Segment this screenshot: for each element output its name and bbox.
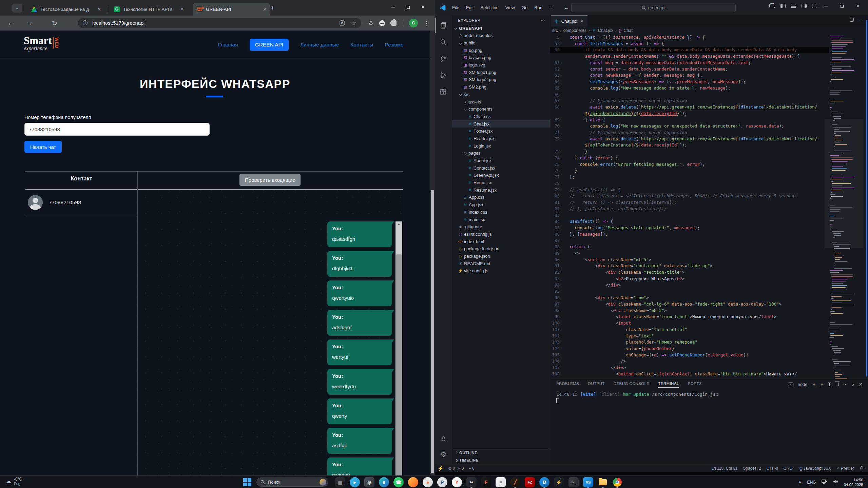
menu-edit[interactable]: Edit bbox=[463, 4, 476, 12]
tree-item-contact-jsx[interactable]: ⚛Contact.jsx bbox=[452, 164, 550, 172]
tab-close-icon[interactable]: ✕ bbox=[180, 7, 184, 12]
vscode-minimize-button[interactable] bbox=[822, 2, 829, 10]
kill-terminal-icon[interactable] bbox=[836, 383, 839, 386]
tree-item-app-jsx[interactable]: ⚛App.jsx bbox=[452, 201, 550, 209]
split-terminal-icon[interactable] bbox=[828, 383, 831, 386]
status-spaces[interactable]: Spaces: 2 bbox=[743, 466, 761, 471]
toggle-panel-icon[interactable] bbox=[791, 4, 796, 8]
clock[interactable]: 14:50 04.02.2025 bbox=[844, 477, 863, 487]
start-chat-button[interactable]: Начать чат bbox=[24, 141, 62, 153]
tree-item-assets[interactable]: assets bbox=[452, 98, 550, 105]
tree-item-components[interactable]: components bbox=[452, 105, 550, 113]
tree-item-package-json[interactable]: {}package.json bbox=[452, 253, 550, 260]
panel-tab-ports[interactable]: PORTS bbox=[688, 382, 702, 388]
tree-item-src[interactable]: src bbox=[452, 91, 550, 98]
status-{}[interactable]: {} JavaScript JSX bbox=[799, 466, 831, 471]
chat-scrollbar-thumb[interactable] bbox=[396, 254, 402, 475]
taskbar-icon-yandex-browser[interactable]: Y bbox=[452, 477, 462, 487]
tree-item-greenapi-jsx[interactable]: ⚛GreenApi.jsx bbox=[452, 172, 550, 179]
tree-item-public[interactable]: public bbox=[452, 39, 550, 47]
tree-item-vite-config-js[interactable]: ⚡vite.config.js bbox=[452, 267, 550, 275]
customize-layout-icon[interactable] bbox=[812, 4, 817, 8]
taskbar-icon-firefox[interactable] bbox=[408, 477, 418, 487]
taskbar-icon-docker[interactable]: D bbox=[539, 477, 549, 487]
tree-item-home-jsx[interactable]: ⚛Home.jsx bbox=[452, 179, 550, 187]
tray-chevron-icon[interactable]: ∧ bbox=[798, 480, 801, 484]
chat-scrollbar[interactable]: ▲ bbox=[396, 221, 402, 475]
new-terminal-icon[interactable]: ＋ bbox=[812, 381, 816, 387]
status-ln[interactable]: Ln 118, Col 31 bbox=[711, 466, 737, 471]
tab-search-button[interactable]: ⌄ bbox=[12, 4, 22, 13]
timeline-section[interactable]: TIMELINE bbox=[452, 456, 550, 464]
volume-icon[interactable] bbox=[833, 479, 838, 485]
taskbar-icon-snipping-tool[interactable]: ✂ bbox=[466, 477, 477, 487]
menu-file[interactable]: File bbox=[449, 4, 462, 12]
panel-more-icon[interactable]: ⋯ bbox=[843, 382, 848, 387]
tree-item-login-jsx[interactable]: ⚛Login.jsx bbox=[452, 142, 550, 150]
breadcrumb-item[interactable]: components bbox=[563, 28, 586, 33]
browser-close-button[interactable]: ✕ bbox=[419, 3, 427, 11]
editor-more-icon[interactable]: ⋯ bbox=[859, 18, 863, 23]
nav-link-4[interactable]: Контакты bbox=[350, 42, 373, 48]
status-utf-8[interactable]: UTF-8 bbox=[767, 466, 778, 471]
reload-button[interactable]: ↻ bbox=[49, 19, 60, 27]
panel-tab-terminal[interactable]: TERMINAL bbox=[658, 382, 679, 388]
start-button[interactable] bbox=[243, 478, 252, 487]
explorer-icon[interactable] bbox=[435, 18, 452, 33]
nav-link-1[interactable]: Главная bbox=[218, 42, 238, 48]
taskbar-search[interactable]: Поиск bbox=[256, 477, 328, 487]
phone-input[interactable] bbox=[24, 123, 210, 136]
extension-icon-1[interactable]: ♻ bbox=[368, 20, 373, 26]
command-center[interactable]: greenapi bbox=[571, 3, 736, 12]
taskbar-icon-app-gray[interactable]: ◉ bbox=[364, 477, 374, 487]
nav-back-icon[interactable]: ← bbox=[564, 5, 569, 11]
browser-minimize-button[interactable] bbox=[389, 3, 397, 11]
tree-item-pages[interactable]: pages bbox=[452, 150, 550, 157]
browser-menu-icon[interactable]: ⋮ bbox=[424, 20, 429, 26]
tab-close-icon[interactable]: ✕ bbox=[580, 19, 584, 24]
tree-item-footer-jsx[interactable]: ⚛Footer.jsx bbox=[452, 128, 550, 135]
browser-tab-3[interactable]: SMART WEBGREEN-API✕ bbox=[193, 3, 270, 16]
browser-maximize-button[interactable] bbox=[404, 3, 412, 11]
taskbar-icon-vscode[interactable]: VS bbox=[583, 477, 593, 487]
tree-item-index-css[interactable]: #index.css bbox=[452, 209, 550, 216]
new-tab-button[interactable]: + bbox=[268, 4, 277, 13]
taskbar-icon-pen-app[interactable]: ╱ bbox=[510, 477, 520, 487]
tree-item-sm-logo1-png[interactable]: ▨SM-logo1.png bbox=[452, 69, 550, 76]
nav-link-5[interactable]: Резюме bbox=[385, 42, 404, 48]
nav-link-2[interactable]: GREEN API bbox=[250, 39, 289, 51]
settings-gear-icon[interactable]: ⚙ bbox=[435, 447, 452, 462]
tab-chat-jsx[interactable]: ⚛ Chat.jsx ✕ bbox=[551, 15, 587, 26]
editor-group[interactable]: ⚛ Chat.jsx ✕ ⋯ src›components›⚛Chat.jsx›… bbox=[550, 15, 868, 379]
tree-item-chat-css[interactable]: #Chat.css bbox=[452, 113, 550, 120]
tree-item-sm-logo2-png[interactable]: ▨SM-logo2.png bbox=[452, 76, 550, 83]
tree-item-chat-jsx[interactable]: ⚛Chat.jsx bbox=[452, 120, 550, 128]
source-control-icon[interactable] bbox=[435, 51, 452, 66]
explorer-more-icon[interactable]: ··· bbox=[541, 18, 545, 22]
status-crlf[interactable]: CRLF bbox=[784, 466, 794, 471]
weather-widget[interactable]: ☁ -8°CFog bbox=[5, 477, 22, 486]
code-editor[interactable]: 5const Chat = (({ idInstance, apiTokenIn… bbox=[550, 34, 829, 379]
tree-item-favicon-png[interactable]: ▨favicon.png bbox=[452, 54, 550, 61]
tree-item-index-html[interactable]: <>index.html bbox=[452, 238, 550, 245]
tree-item-node-modules[interactable]: node_modules bbox=[452, 32, 550, 39]
panel-close-icon[interactable]: ✕ bbox=[859, 382, 863, 387]
profile-avatar[interactable]: C bbox=[409, 19, 418, 27]
toggle-secondary-sidebar-icon[interactable] bbox=[802, 4, 807, 8]
browser-tab-2[interactable]: GТехнология HTTP API в✕ bbox=[110, 3, 187, 16]
vscode-close-button[interactable]: ✕ bbox=[854, 2, 862, 10]
status-✓[interactable]: ✓ Prettier bbox=[836, 466, 854, 471]
terminal-dropdown-icon[interactable]: ∨ bbox=[821, 383, 823, 386]
outline-section[interactable]: OUTLINE bbox=[452, 449, 550, 456]
taskbar-icon-figma[interactable]: F bbox=[481, 477, 491, 487]
taskbar-icon-telegram[interactable]: ▸ bbox=[350, 477, 360, 487]
tree-item-sm2-png[interactable]: ▨SM2.png bbox=[452, 83, 550, 91]
vscode-maximize-button[interactable] bbox=[838, 2, 846, 10]
browser-tab-1[interactable]: Тестовое задание на д✕ bbox=[27, 3, 104, 16]
tree-item-app-css[interactable]: #App.css bbox=[452, 194, 550, 201]
toggle-sidebar-icon[interactable] bbox=[780, 4, 786, 8]
tree-root[interactable]: GREENAPI bbox=[452, 24, 550, 32]
adblock-extension-icon[interactable] bbox=[379, 20, 385, 26]
tree-item--gitignore[interactable]: ◆.gitignore bbox=[452, 223, 550, 231]
tree-item-bg-png[interactable]: ▨bg.png bbox=[452, 46, 550, 54]
